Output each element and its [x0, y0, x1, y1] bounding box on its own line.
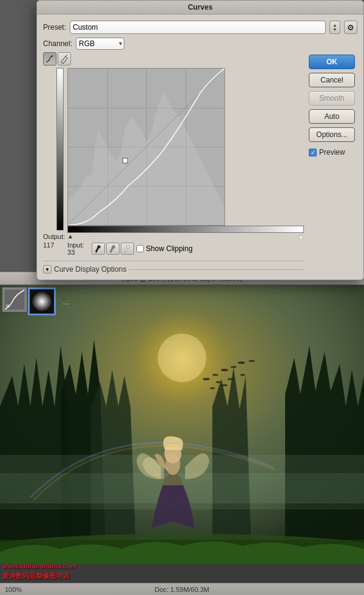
curve-display-label: Curve Display Options [54, 265, 126, 274]
main-content: Channel: RGB Red Green Blue ▼ [43, 38, 357, 274]
channel-select[interactable]: RGB Red Green Blue [76, 38, 124, 50]
svg-point-18 [231, 366, 237, 368]
curve-tool-button[interactable] [43, 52, 56, 66]
svg-point-17 [221, 369, 228, 371]
doc-info: Doc: 1.59M/60.3M [155, 586, 209, 593]
input-row: Input: 33 [67, 241, 304, 256]
show-clipping-label: Show Clipping [146, 244, 193, 253]
preset-row: Preset: Custom ⚙ [43, 21, 357, 34]
svg-line-1 [66, 55, 67, 56]
watermark-line1: www.luotaoshuma.com [2, 562, 76, 571]
black-point-marker[interactable]: ▲ [67, 233, 73, 240]
svg-point-23 [240, 374, 245, 376]
gray-eyedropper-button[interactable] [106, 243, 120, 255]
watermark: www.luotaoshuma.com 爱涛数码后期修图培训 [2, 562, 76, 580]
channel-select-wrap: RGB Red Green Blue ▼ [76, 38, 124, 50]
preview-row: Preview [309, 148, 357, 156]
tool-icons [43, 52, 304, 66]
layer-thumb-curves[interactable]: ▤ [2, 287, 27, 312]
output-label: Output: [43, 233, 65, 240]
zoom-label: 100% [5, 586, 22, 593]
smooth-button[interactable]: Smooth [309, 91, 355, 106]
curve-options-divider [129, 269, 304, 270]
layer-thumb-more-button[interactable]: ... [57, 287, 75, 315]
canvas-area: ▤ ... www.luotaoshuma.com [0, 285, 364, 595]
input-label: Input: [67, 241, 84, 249]
input-gradient-bar [67, 226, 304, 233]
background-svg [0, 285, 364, 564]
white-point-marker[interactable]: ▲ [298, 233, 304, 240]
layer-thumbs: ▤ ... [2, 287, 75, 315]
preset-label: Preset: [43, 23, 66, 32]
eyedropper-group [92, 243, 134, 255]
output-label-area: Output: 117 [43, 233, 65, 249]
preset-select[interactable]: Custom [70, 21, 326, 34]
status-bar: 100% Doc: 1.59M/60.3M [0, 583, 364, 595]
gear-button[interactable]: ⚙ [344, 21, 357, 34]
svg-text:▤: ▤ [6, 304, 10, 308]
curve-container: ▲ ▲ Input: 33 [67, 68, 304, 256]
input-value: 33 [67, 249, 84, 256]
svg-point-20 [249, 360, 255, 362]
curve-display-options-row: ▼ Curve Display Options [43, 261, 304, 274]
left-panel: Channel: RGB Red Green Blue ▼ [43, 38, 304, 274]
output-value: 117 [43, 241, 54, 249]
svg-point-22 [228, 378, 234, 380]
svg-point-15 [203, 378, 210, 380]
svg-point-10 [158, 334, 206, 382]
show-clipping-checkbox[interactable] [136, 245, 144, 252]
svg-point-24 [210, 388, 215, 389]
svg-point-5 [112, 246, 115, 249]
preset-stepper[interactable] [329, 21, 340, 34]
disclosure-button[interactable]: ▼ [43, 265, 52, 274]
right-buttons: OK Cancel Smooth Auto Options... Preview [309, 38, 357, 274]
cancel-button[interactable]: Cancel [309, 73, 355, 87]
show-clipping-row: Show Clipping [136, 244, 193, 253]
svg-point-6 [126, 246, 129, 249]
svg-point-33 [31, 291, 53, 312]
options-button[interactable]: Options... [309, 127, 355, 142]
svg-point-25 [221, 385, 228, 386]
input-label-group: Input: 33 [67, 241, 84, 256]
channel-label: Channel: [43, 39, 72, 48]
auto-button[interactable]: Auto [309, 109, 355, 124]
gradient-markers: ▲ ▲ [67, 233, 304, 240]
curves-dialog: Curves Preset: Custom ⚙ Channel: RGB [36, 0, 364, 280]
output-gradient-bar [56, 68, 64, 230]
dialog-title: Curves [188, 3, 213, 12]
dialog-titlebar: Curves [37, 1, 363, 15]
ok-button[interactable]: OK [309, 55, 355, 69]
white-eyedropper-button[interactable] [121, 243, 134, 255]
channel-row: Channel: RGB Red Green Blue ▼ [43, 38, 304, 50]
curve-line [68, 69, 224, 225]
watermark-line2: 爱涛数码后期修图培训 [2, 571, 76, 580]
svg-rect-3 [123, 158, 127, 163]
svg-point-21 [216, 382, 221, 383]
svg-point-16 [212, 374, 218, 376]
svg-point-19 [238, 361, 245, 364]
curve-wrap: Output: 117 [43, 68, 304, 256]
pencil-tool-button[interactable] [58, 52, 71, 66]
preview-label: Preview [319, 148, 345, 156]
fairy-scene: ▤ ... [0, 285, 364, 564]
preview-checkbox[interactable] [309, 149, 317, 156]
curve-area[interactable] [67, 68, 225, 226]
black-eyedropper-button[interactable] [92, 243, 105, 255]
layer-thumb-mask[interactable] [28, 287, 56, 315]
svg-point-4 [97, 246, 100, 249]
